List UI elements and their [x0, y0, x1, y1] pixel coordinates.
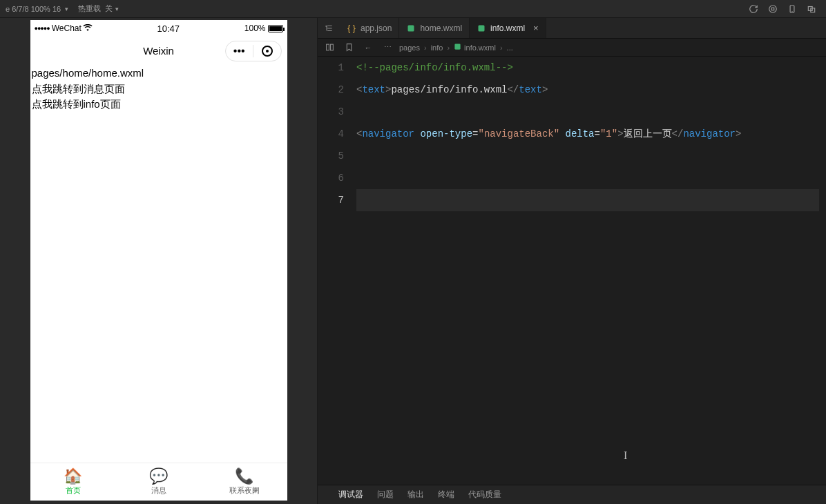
chevron-down-icon[interactable]: ▾	[115, 6, 119, 12]
code-line[interactable]	[356, 101, 819, 123]
arrow-left-icon[interactable]: ←	[361, 43, 376, 52]
breadcrumb-row: ← ⋯ pages › info › info.wxml › ...	[318, 39, 826, 57]
json-icon: { }	[347, 23, 356, 33]
editor-tab-label: home.wxml	[420, 23, 462, 33]
svg-rect-1	[771, 8, 774, 10]
code-editor[interactable]: 1 2 3 4 5 6 7 <!--pages/info/info.wxml--…	[318, 57, 826, 485]
simulator-pane: ●●●●● WeChat 10:47 100% Weixin ••• pages…	[0, 18, 318, 504]
tab-label: 联系夜阑	[229, 485, 260, 496]
menu-dots-icon[interactable]: •••	[226, 45, 253, 57]
chevron-right-icon: ›	[424, 43, 427, 52]
code-line[interactable]	[356, 145, 819, 167]
code-line[interactable]	[356, 189, 819, 211]
code-line[interactable]: <!--pages/info/info.wxml-->	[356, 57, 819, 79]
svg-point-0	[769, 5, 777, 12]
tab-home[interactable]: 🏠 首页	[30, 463, 116, 501]
bookmark-icon[interactable]	[341, 43, 356, 52]
breadcrumb-item[interactable]: pages	[399, 43, 420, 52]
editor-tab[interactable]: info.wxml ×	[470, 18, 546, 38]
signal-icon: ●●●●●	[35, 25, 50, 32]
panel-tab-terminal[interactable]: 终端	[438, 489, 454, 501]
svg-rect-10	[454, 43, 460, 49]
panel-tab-output[interactable]: 输出	[407, 489, 424, 501]
bottom-panel: 调试器 问题 输出 终端 代码质量	[318, 485, 826, 504]
breadcrumb-item[interactable]: ...	[507, 43, 513, 52]
top-toolbar: e 6/7/8 100% 16 ▾ 热重载 关 ▾	[0, 0, 826, 18]
text-cursor-icon: I	[624, 449, 627, 462]
close-icon[interactable]: ×	[533, 23, 539, 33]
svg-rect-7	[479, 25, 485, 31]
panel-tab-quality[interactable]: 代码质量	[468, 489, 501, 501]
editor-tab[interactable]: { } app.json	[340, 18, 399, 38]
svg-rect-8	[326, 44, 329, 50]
capsule-menu[interactable]: •••	[225, 41, 282, 61]
phone-content: pages/home/home.wxml 点我跳转到消息页面 点我跳转到info…	[30, 64, 287, 463]
phone-icon: 📞	[235, 469, 253, 484]
battery-icon	[268, 25, 283, 32]
message-icon: 💬	[149, 469, 168, 484]
chevron-down-icon[interactable]: ▾	[65, 6, 68, 12]
close-label[interactable]: 关	[105, 3, 113, 14]
svg-rect-9	[330, 44, 333, 50]
wifi-icon	[83, 23, 93, 33]
content-line: pages/home/home.wxml	[32, 66, 286, 81]
device-icon[interactable]	[783, 1, 801, 17]
phone-statusbar: ●●●●● WeChat 10:47 100%	[30, 20, 287, 37]
line-gutter: 1 2 3 4 5 6 7	[318, 57, 356, 485]
editor-tab[interactable]: home.wxml	[399, 18, 470, 38]
target-icon[interactable]	[253, 46, 281, 57]
content-link[interactable]: 点我跳转到info页面	[32, 97, 286, 113]
phone-navbar: Weixin •••	[30, 37, 287, 64]
code-line[interactable]	[356, 167, 819, 189]
content-link[interactable]: 点我跳转到消息页面	[32, 81, 286, 97]
phone-tabbar: 🏠 首页 💬 消息 📞 联系夜阑	[30, 463, 287, 501]
wxml-icon	[477, 23, 486, 33]
tab-label: 消息	[151, 485, 166, 496]
tab-contact[interactable]: 📞 联系夜阑	[202, 463, 287, 501]
tab-label: 首页	[66, 485, 81, 496]
editor-tab-label: info.wxml	[490, 23, 525, 33]
tab-messages[interactable]: 💬 消息	[116, 463, 202, 501]
editor-tab-label: app.json	[361, 23, 392, 33]
phone-frame: ●●●●● WeChat 10:47 100% Weixin ••• pages…	[30, 20, 287, 501]
hot-reload-label[interactable]: 热重载	[78, 3, 101, 14]
wxml-icon	[406, 23, 416, 33]
chevron-right-icon: ›	[500, 43, 503, 52]
code-line[interactable]: <navigator open-type="navigateBack" delt…	[356, 123, 819, 145]
clock-label: 10:47	[93, 23, 244, 34]
refresh-icon[interactable]	[745, 1, 762, 17]
chevron-right-icon: ›	[447, 43, 450, 52]
panel-tab-debugger[interactable]: 调试器	[338, 489, 363, 501]
page-title: Weixin	[143, 45, 174, 57]
open-editors-icon[interactable]	[318, 18, 340, 38]
more-icon[interactable]: ⋯	[380, 43, 395, 52]
wxml-icon	[454, 43, 461, 52]
breadcrumb-item[interactable]: info	[431, 43, 443, 52]
device-selector[interactable]: e 6/7/8 100% 16	[6, 5, 61, 13]
breadcrumb-item[interactable]: info.wxml	[454, 43, 496, 52]
home-icon: 🏠	[64, 469, 82, 484]
detach-icon[interactable]	[803, 1, 820, 17]
editor-pane: { } app.json home.wxml info.wxml ×	[318, 18, 826, 504]
code-lines[interactable]: <!--pages/info/info.wxml--> <text>pages/…	[356, 57, 826, 485]
stop-icon[interactable]	[764, 1, 782, 17]
editor-tabs-row: { } app.json home.wxml info.wxml ×	[318, 18, 826, 39]
panel-tab-problems[interactable]: 问题	[377, 489, 394, 501]
code-line[interactable]: <text>pages/info/info.wxml</text>	[356, 79, 819, 101]
svg-rect-6	[408, 25, 414, 31]
carrier-label: WeChat	[52, 23, 81, 33]
battery-pct: 100%	[244, 23, 266, 33]
compare-icon[interactable]	[322, 43, 337, 52]
